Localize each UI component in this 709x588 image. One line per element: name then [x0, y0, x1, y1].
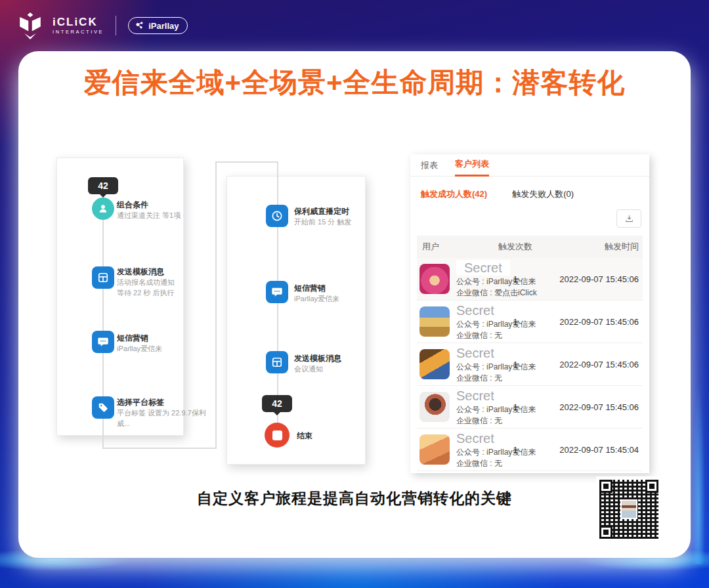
flow-line [102, 448, 217, 449]
avatar [419, 306, 450, 337]
customer-list-panel: 报表 客户列表 触发成功人数(42) 触发失败人数(0) 用户 触发次数 触发时… [410, 154, 649, 473]
tab-customer-list[interactable]: 客户列表 [455, 154, 489, 177]
user-account: 公众号 : iParllay爱信来 [456, 362, 488, 372]
node-combined-condition[interactable] [92, 198, 114, 220]
trigger-count: 1 [488, 402, 543, 412]
user-icon [97, 202, 110, 215]
slide-background: iCLiCK INTERACTIVE iParllay 爱信来全域+全场景+全生… [0, 0, 709, 588]
step-title: 短信营销 [117, 333, 209, 344]
end-count-badge: 42 [262, 395, 292, 412]
tag-icon [97, 401, 110, 414]
logo-divider [116, 16, 116, 35]
avatar [419, 434, 450, 465]
trigger-time: 2022-09-07 15:45:06 [543, 274, 643, 284]
top-brand-bar: iCLiCK INTERACTIVE iParllay [0, 0, 709, 51]
qr-pattern [599, 480, 658, 539]
node-sms-marketing[interactable] [92, 331, 114, 353]
iparllay-logo-text: iParllay [148, 21, 179, 31]
qr-code [596, 476, 662, 542]
step-subtitle: 开始前 15 分 触发 [294, 217, 386, 228]
node-live-timer[interactable] [266, 205, 288, 227]
user-name: Secret [456, 303, 488, 318]
step-subtitle: 平台标签 设置为 22.9.7保利威... [117, 408, 209, 429]
trigger-stats: 触发成功人数(42) 触发失败人数(0) [410, 188, 649, 200]
trigger-time: 2022-09-07 15:45:04 [543, 445, 643, 455]
user-account: 公众号 : iParllay爱信来 [456, 447, 488, 457]
avatar [419, 349, 450, 379]
export-button[interactable] [616, 209, 641, 228]
stop-icon [272, 430, 282, 440]
trigger-time: 2022-09-07 15:45:06 [543, 402, 643, 412]
header-trigger-count: 触发次数 [488, 241, 543, 253]
step-subtitle: 通过渠道关注 等1项 [117, 211, 209, 221]
table-row[interactable]: Secret 公众号 : iParllay爱信来 企业微信 : 无 1 2022… [417, 429, 643, 471]
step-subtitle: iParllay爱信来 [117, 344, 209, 354]
node-template-message-2[interactable] [266, 351, 288, 373]
flow-line [215, 161, 278, 163]
iclick-logo-icon [16, 11, 45, 40]
content-card: 爱信来全域+全场景+全生命周期：潜客转化 42 组合条件 通过渠道关注 等1项 [18, 51, 691, 558]
user-name: Secret [456, 430, 488, 446]
node-template-message[interactable] [92, 266, 114, 289]
step-title: 组合条件 [117, 200, 209, 211]
user-account: 公众号 : iParllay爱信来 [456, 319, 488, 329]
table-row[interactable]: Secret 公众号 : iParllay爱信来 企业微信 : 无 1 2022… [417, 301, 643, 343]
trigger-count: 1 [488, 317, 543, 327]
node-platform-tag[interactable] [92, 396, 114, 419]
node-sms-marketing-2[interactable] [266, 281, 288, 303]
table-row[interactable]: Secret 公众号 : iParllay爱信来 企业微信 : 无 1 2022… [417, 386, 643, 429]
step-subtitle: 活动报名成功通知 [117, 278, 209, 288]
avatar [419, 264, 450, 294]
tab-report[interactable]: 报表 [421, 154, 438, 177]
table-header: 用户 触发次数 触发时间 [417, 236, 643, 258]
table-row[interactable]: Secret 公众号 : iParllay爱信来 企业微信 : 无 1 2022… [417, 343, 643, 386]
step-title: 发送模板消息 [117, 266, 209, 278]
panel-tabs: 报表 客户列表 [410, 154, 649, 177]
template-icon [97, 271, 110, 284]
qr-center-photo [620, 499, 637, 519]
avatar [419, 392, 450, 422]
user-name: Secret [456, 388, 488, 404]
user-account: 公众号 : iParllay爱信来 [456, 276, 488, 287]
trigger-fail-count[interactable]: 触发失败人数(0) [512, 188, 574, 200]
table-row[interactable]: Secret 公众号 : iParllay爱信来 企业微信 : 爱点击iClic… [417, 258, 643, 301]
trigger-time: 2022-09-07 15:45:06 [543, 360, 643, 369]
qr-finder-icon [645, 480, 658, 493]
step-title: 选择平台标签 [117, 397, 209, 408]
chat-bubble-icon [97, 335, 110, 348]
user-wecom: 企业微信 : 无 [456, 330, 488, 341]
flow-line [215, 161, 217, 449]
trigger-success-count[interactable]: 触发成功人数(42) [421, 188, 487, 200]
step-subtitle: iParllay爱信来 [294, 294, 386, 304]
step-title: 结束 [297, 430, 389, 442]
user-wecom: 企业微信 : 爱点击iClick [456, 287, 488, 298]
user-wecom: 企业微信 : 无 [456, 415, 488, 426]
iparllay-logo: iParllay [128, 17, 188, 34]
step-subtitle: 会议通知 [294, 364, 386, 375]
cyan-glow-streak [692, 381, 705, 564]
trigger-count: 1 [488, 360, 543, 369]
user-wecom: 企业微信 : 无 [456, 458, 488, 469]
user-wecom: 企业微信 : 无 [456, 373, 488, 383]
clock-icon [270, 209, 284, 222]
step-title: 短信营销 [294, 283, 386, 294]
chat-bubble-icon [270, 285, 284, 299]
step-subtitle: 等待 22 秒 后执行 [117, 288, 209, 299]
page-title: 爱信来全域+全场景+全生命周期：潜客转化 [18, 64, 691, 101]
slide-caption: 自定义客户旅程是提高自动化营销转化的关键 [18, 488, 691, 509]
iclick-logo-text: iCLiCK INTERACTIVE [53, 16, 104, 35]
qr-finder-icon [599, 526, 612, 539]
user-name: Secret [456, 345, 488, 361]
qr-finder-icon [599, 480, 612, 493]
trigger-time: 2022-09-07 15:45:06 [543, 317, 643, 327]
step-title: 发送模板消息 [294, 353, 386, 364]
entry-count-badge: 42 [88, 177, 118, 194]
header-user: 用户 [417, 241, 488, 253]
user-account: 公众号 : iParllay爱信来 [456, 404, 488, 415]
node-end[interactable] [265, 423, 290, 448]
iparllay-logo-icon [135, 20, 145, 31]
template-icon [270, 356, 284, 369]
customer-table: 用户 触发次数 触发时间 Secret 公众号 : iParllay爱信来 企业… [417, 236, 643, 471]
trigger-count: 1 [488, 445, 543, 455]
header-trigger-time: 触发时间 [543, 241, 643, 253]
